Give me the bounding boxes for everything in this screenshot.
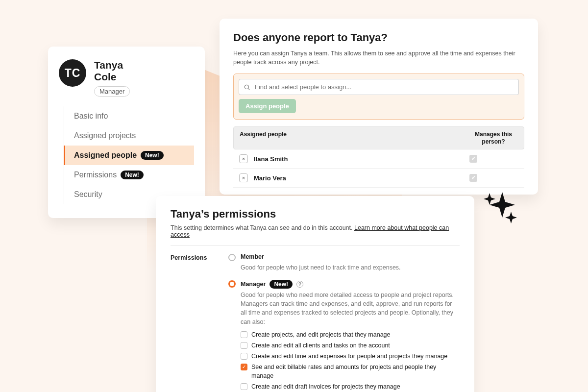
profile-name: Tanya Cole	[94, 59, 130, 83]
manager-opt-label: Create and edit all clients and tasks on…	[251, 341, 390, 350]
svg-line-1	[248, 88, 250, 90]
assign-search-box: Assign people	[233, 74, 524, 120]
manager-opt-label: Create and edit draft invoices for proje…	[251, 382, 400, 391]
manager-opt-checkbox-1[interactable]	[241, 342, 247, 349]
manager-subtext: Good for people who need more detailed a…	[241, 291, 460, 326]
manager-opt-checkbox-3[interactable]: ✓	[241, 364, 247, 370]
nav-permissions[interactable]: Permissions New!	[64, 165, 194, 185]
person-name: Mario Vera	[254, 174, 469, 182]
new-badge: New!	[141, 151, 164, 160]
permissions-title: Tanya’s permissions	[171, 208, 460, 220]
help-icon[interactable]: ?	[296, 281, 303, 288]
nav-basic-info[interactable]: Basic info	[64, 106, 194, 126]
profile-nav: Basic info Assigned projects Assigned pe…	[64, 106, 194, 204]
nav-assigned-people[interactable]: Assigned people New!	[64, 146, 194, 165]
person-name: Ilana Smith	[254, 155, 469, 163]
assign-title: Does anyone report to Tanya?	[233, 31, 524, 44]
table-header-manages: Manages this person?	[469, 131, 518, 145]
avatar: TC	[59, 59, 86, 87]
table-row: × Ilana Smith ✓	[233, 149, 524, 169]
manager-opt-label: See and edit billable rates and amounts …	[251, 363, 460, 380]
sparkle-icon	[483, 191, 522, 225]
table-row: × Mario Vera ✓	[233, 169, 524, 188]
radio-manager[interactable]	[228, 280, 236, 288]
radio-member-label: Member	[241, 253, 264, 260]
manager-opt-label: Create and edit time and expenses for pe…	[251, 352, 447, 361]
profile-card: TC Tanya Cole Manager Basic info Assigne…	[48, 47, 205, 218]
radio-member[interactable]	[228, 254, 236, 261]
table-header-name: Assigned people	[240, 131, 469, 145]
assign-people-button[interactable]: Assign people	[239, 99, 296, 113]
remove-person-button[interactable]: ×	[239, 154, 248, 163]
member-subtext: Good for people who just need to track t…	[241, 263, 460, 272]
nav-assigned-projects[interactable]: Assigned projects	[64, 126, 194, 146]
permissions-panel: Tanya’s permissions This setting determi…	[156, 196, 474, 392]
assign-people-panel: Does anyone report to Tanya? Here you ca…	[220, 19, 538, 195]
manages-checkbox[interactable]: ✓	[469, 174, 477, 182]
manager-opt-label: Create projects, and edit projects that …	[251, 330, 391, 339]
assign-description: Here you can assign Tanya a team. This a…	[233, 49, 524, 67]
new-badge: New!	[270, 280, 293, 289]
manager-opt-checkbox-2[interactable]	[241, 353, 247, 360]
assign-search-input[interactable]	[239, 79, 519, 95]
search-icon	[244, 84, 250, 91]
role-chip: Manager	[94, 86, 130, 97]
manager-opt-checkbox-0[interactable]	[241, 331, 247, 338]
radio-manager-label: Manager New! ?	[241, 280, 303, 289]
permissions-section-label: Permissions	[171, 253, 215, 392]
permissions-description: This setting determines what Tanya can s…	[171, 224, 460, 238]
assigned-people-table: Assigned people Manages this person? × I…	[233, 126, 524, 188]
manages-checkbox[interactable]: ✓	[469, 155, 477, 163]
divider	[171, 245, 460, 245]
manager-options-list: Create projects, and edit projects that …	[241, 329, 460, 392]
new-badge: New!	[121, 171, 144, 179]
svg-point-0	[245, 85, 248, 89]
manager-opt-checkbox-4[interactable]	[241, 383, 247, 390]
remove-person-button[interactable]: ×	[239, 173, 248, 182]
